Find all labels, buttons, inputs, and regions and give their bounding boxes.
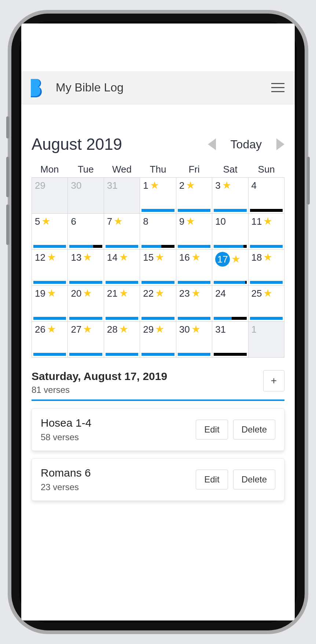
calendar-day[interactable]: 16★ xyxy=(176,250,212,286)
calendar-day[interactable]: 9★ xyxy=(176,214,212,250)
calendar-day[interactable]: 10 xyxy=(212,214,248,250)
day-progress xyxy=(250,281,283,284)
calendar-day[interactable]: 22★ xyxy=(140,286,176,322)
day-progress xyxy=(178,245,210,248)
star-icon: ★ xyxy=(47,323,56,335)
reading-entry: Romans 623 versesEditDelete xyxy=(32,458,284,501)
calendar-day[interactable]: 14★ xyxy=(104,250,140,286)
weekday-label: Tue xyxy=(68,164,104,175)
day-progress xyxy=(250,209,283,212)
edit-button[interactable]: Edit xyxy=(196,470,228,489)
day-progress xyxy=(106,317,138,320)
month-nav: August 2019 Today xyxy=(32,135,284,153)
calendar-day[interactable]: 26★ xyxy=(32,322,68,358)
month-title: August 2019 xyxy=(32,135,208,153)
day-number: 22 xyxy=(143,288,154,299)
day-number: 30 xyxy=(71,180,81,191)
calendar-day: 29 xyxy=(32,178,68,214)
day-progress xyxy=(142,209,174,212)
calendar-day[interactable]: 13★ xyxy=(68,250,104,286)
day-number: 10 xyxy=(215,216,226,227)
phone-power-button xyxy=(307,157,310,205)
day-progress xyxy=(142,317,174,320)
day-number: 2 xyxy=(179,180,184,191)
calendar-day[interactable]: 29★ xyxy=(140,322,176,358)
day-progress xyxy=(33,245,66,248)
detail-divider xyxy=(32,399,284,401)
day-progress xyxy=(178,317,210,320)
calendar-day[interactable]: 25★ xyxy=(249,286,284,322)
delete-button[interactable]: Delete xyxy=(233,470,275,489)
star-icon: ★ xyxy=(186,216,195,227)
day-progress xyxy=(33,281,66,284)
calendar-day: 30 xyxy=(68,178,104,214)
day-progress xyxy=(33,353,66,356)
calendar-day[interactable]: 19★ xyxy=(32,286,68,322)
phone-mute-switch xyxy=(6,116,9,138)
calendar-day[interactable]: 12★ xyxy=(32,250,68,286)
day-number: 24 xyxy=(215,288,226,299)
day-progress xyxy=(69,281,102,284)
weekday-label: Sun xyxy=(248,164,284,175)
calendar-day[interactable]: 21★ xyxy=(104,286,140,322)
day-number: 16 xyxy=(179,252,190,263)
calendar-day[interactable]: 11★ xyxy=(249,214,284,250)
app-title: My Bible Log xyxy=(56,81,271,94)
day-progress xyxy=(69,245,102,248)
calendar-day[interactable]: 5★ xyxy=(32,214,68,250)
day-number: 23 xyxy=(179,288,190,299)
day-number: 14 xyxy=(107,252,118,263)
star-icon: ★ xyxy=(222,180,231,191)
star-icon: ★ xyxy=(155,323,164,335)
day-progress xyxy=(214,281,246,284)
entry-title: Romans 6 xyxy=(41,467,196,479)
day-progress xyxy=(142,353,174,356)
weekday-label: Wed xyxy=(104,164,140,175)
next-month-icon[interactable] xyxy=(276,138,284,150)
day-number: 31 xyxy=(107,180,118,191)
day-progress xyxy=(69,353,102,356)
calendar-grid: 2930311★2★3★45★67★89★1011★12★13★14★15★16… xyxy=(32,177,284,358)
day-number: 5 xyxy=(35,216,40,227)
day-number: 18 xyxy=(251,252,262,263)
calendar-day[interactable]: 27★ xyxy=(68,322,104,358)
calendar-day[interactable]: 4 xyxy=(249,178,284,214)
calendar-day[interactable]: 28★ xyxy=(104,322,140,358)
calendar-day[interactable]: 6 xyxy=(68,214,104,250)
delete-button[interactable]: Delete xyxy=(233,420,275,439)
calendar-day[interactable]: 23★ xyxy=(176,286,212,322)
calendar-day[interactable]: 7★ xyxy=(104,214,140,250)
calendar-day[interactable]: 3★ xyxy=(212,178,248,214)
day-progress xyxy=(106,281,138,284)
day-number: 9 xyxy=(179,216,184,227)
day-progress xyxy=(106,245,138,248)
edit-button[interactable]: Edit xyxy=(196,420,228,439)
calendar-day[interactable]: 8 xyxy=(140,214,176,250)
star-icon: ★ xyxy=(114,216,123,227)
calendar-day[interactable]: 24 xyxy=(212,286,248,322)
star-icon: ★ xyxy=(83,287,92,299)
day-number: 27 xyxy=(71,324,81,335)
prev-month-icon[interactable] xyxy=(208,138,216,150)
day-number: 21 xyxy=(107,288,118,299)
reading-entry: Hosea 1-458 versesEditDelete xyxy=(32,408,284,451)
star-icon: ★ xyxy=(47,287,56,299)
calendar-day[interactable]: 17★ xyxy=(212,250,248,286)
day-number: 3 xyxy=(215,180,220,191)
day-progress xyxy=(214,245,246,248)
calendar-day[interactable]: 31 xyxy=(212,322,248,358)
menu-icon[interactable] xyxy=(271,83,284,92)
star-icon: ★ xyxy=(119,252,128,263)
star-icon: ★ xyxy=(41,216,51,227)
day-number: 28 xyxy=(107,324,118,335)
calendar-day[interactable]: 1★ xyxy=(140,178,176,214)
add-entry-button[interactable]: + xyxy=(263,370,284,391)
today-button[interactable]: Today xyxy=(225,138,267,151)
calendar-day[interactable]: 18★ xyxy=(249,250,284,286)
entry-sub: 58 verses xyxy=(41,432,196,442)
calendar-day[interactable]: 30★ xyxy=(176,322,212,358)
calendar-day[interactable]: 2★ xyxy=(176,178,212,214)
day-progress xyxy=(178,353,210,356)
calendar-day[interactable]: 20★ xyxy=(68,286,104,322)
calendar-day[interactable]: 15★ xyxy=(140,250,176,286)
